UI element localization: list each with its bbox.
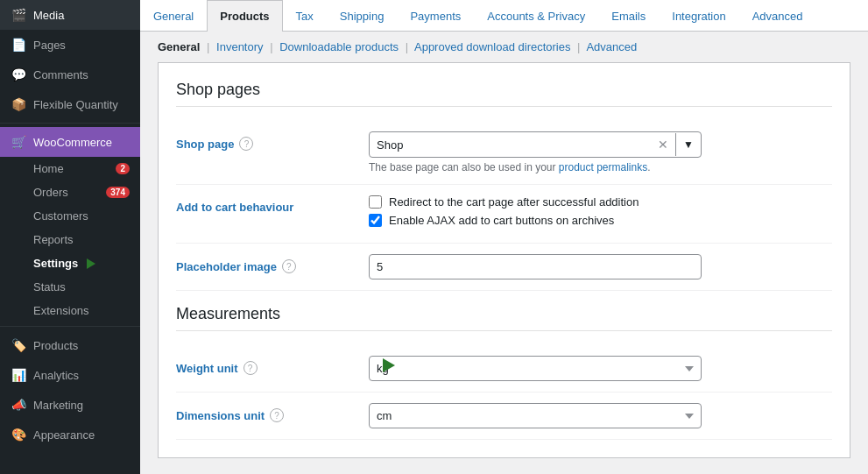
- dimensions-unit-label: Dimensions unit: [176, 409, 265, 422]
- tab-products-label: Products: [220, 10, 269, 23]
- settings-label: Settings: [33, 257, 78, 270]
- sidebar-item-label: Products: [33, 339, 78, 352]
- weight-unit-help-icon[interactable]: ?: [243, 361, 258, 375]
- sidebar-item-flexible-quantity[interactable]: 📦 Flexible Quantity: [0, 89, 140, 119]
- tab-shipping[interactable]: Shipping: [327, 0, 398, 32]
- weight-unit-label: Weight unit: [176, 362, 238, 375]
- measurements-title: Measurements: [176, 305, 832, 331]
- dimensions-unit-help-icon[interactable]: ?: [270, 408, 284, 422]
- placeholder-label: Placeholder image: [176, 260, 277, 273]
- sidebar-item-settings[interactable]: Settings: [0, 251, 140, 275]
- status-label: Status: [33, 280, 66, 294]
- sidebar-item-label: Marketing: [33, 399, 83, 412]
- placeholder-label-col: Placeholder image ?: [176, 254, 369, 273]
- comments-icon: 💬: [11, 67, 26, 82]
- weight-unit-select[interactable]: kg g lbs oz: [369, 356, 702, 381]
- sidebar-item-reports[interactable]: Reports: [0, 228, 140, 251]
- shop-page-help-icon[interactable]: ?: [239, 137, 253, 151]
- subnav-advanced[interactable]: Advanced: [586, 40, 637, 53]
- analytics-icon: 📊: [11, 367, 26, 383]
- pages-icon: 📄: [11, 37, 26, 53]
- redirect-checkbox[interactable]: [369, 195, 382, 209]
- sidebar-item-status[interactable]: Status: [0, 275, 140, 299]
- tab-emails[interactable]: Emails: [598, 0, 659, 32]
- settings-content: Shop pages Shop page ? Shop ✕ ▼ The base…: [158, 62, 850, 458]
- sidebar-item-customers[interactable]: Customers: [0, 204, 140, 228]
- sidebar-item-home[interactable]: Home 2: [0, 157, 140, 180]
- sidebar-item-label: Comments: [33, 68, 88, 81]
- dimensions-unit-control-col: cm m mm in yd: [369, 403, 832, 428]
- settings-arrow-icon: [87, 258, 95, 269]
- placeholder-control-col: [369, 254, 832, 279]
- shop-pages-title: Shop pages: [176, 81, 832, 107]
- sidebar-item-label: WooCommerce: [33, 136, 112, 149]
- sidebar-item-analytics[interactable]: 📊 Analytics: [0, 360, 140, 390]
- orders-label: Orders: [33, 186, 68, 199]
- dimensions-unit-select[interactable]: cm m mm in yd: [369, 403, 702, 428]
- shop-page-value: Shop: [370, 133, 651, 157]
- tab-tax[interactable]: Tax: [283, 0, 327, 32]
- sidebar-item-appearance[interactable]: 🎨 Appearance: [0, 420, 140, 449]
- sidebar-item-media[interactable]: 🎬 Media: [0, 0, 140, 30]
- add-to-cart-row: Add to cart behaviour Redirect to the ca…: [176, 185, 832, 244]
- shop-page-dropdown-icon[interactable]: ▼: [675, 133, 701, 156]
- sidebar-item-label: Media: [33, 9, 64, 22]
- ajax-checkbox[interactable]: [369, 214, 382, 227]
- add-to-cart-label-col: Add to cart behaviour: [176, 195, 369, 214]
- weight-unit-label-col: Weight unit ?: [176, 356, 369, 375]
- shop-page-label: Shop page: [176, 138, 234, 151]
- weight-unit-arrow-icon: [383, 358, 395, 372]
- home-badge: 2: [116, 163, 130, 174]
- add-to-cart-control-col: Redirect to the cart page after successf…: [369, 195, 832, 232]
- sidebar-item-pages[interactable]: 📄 Pages: [0, 30, 140, 60]
- placeholder-image-row: Placeholder image ?: [176, 244, 832, 291]
- appearance-icon: 🎨: [11, 427, 26, 442]
- sidebar-item-label: Analytics: [33, 369, 79, 382]
- tab-integration[interactable]: Integration: [659, 0, 738, 32]
- subnav-inventory[interactable]: Inventory: [216, 40, 263, 53]
- sidebar-item-products[interactable]: 🏷️ Products: [0, 330, 140, 360]
- shop-page-control-col: Shop ✕ ▼ The base page can also be used …: [369, 131, 832, 173]
- shop-page-select-wrapper: Shop ✕ ▼: [369, 131, 702, 158]
- sidebar-item-orders[interactable]: Orders 374: [0, 180, 140, 204]
- product-permalinks-link[interactable]: product permalinks: [559, 161, 647, 173]
- subnav-downloadable[interactable]: Downloadable products: [279, 40, 399, 53]
- tab-payments[interactable]: Payments: [397, 0, 474, 32]
- weight-unit-control-col: kg g lbs oz: [369, 356, 832, 381]
- woocommerce-icon: 🛒: [11, 134, 26, 150]
- add-to-cart-label: Add to cart behaviour: [176, 201, 293, 214]
- tab-accounts-privacy[interactable]: Accounts & Privacy: [474, 0, 598, 32]
- ajax-checkbox-row: Enable AJAX add to cart buttons on archi…: [369, 214, 832, 227]
- tab-products[interactable]: Products: [207, 0, 282, 32]
- tabs-bar: General Products Tax Shipping Payments A…: [140, 0, 868, 32]
- sidebar-item-extensions[interactable]: Extensions: [0, 299, 140, 322]
- sidebar-item-marketing[interactable]: 📣 Marketing: [0, 390, 140, 420]
- marketing-icon: 📣: [11, 397, 26, 413]
- shop-page-row: Shop page ? Shop ✕ ▼ The base page can a…: [176, 121, 832, 185]
- sidebar: 🎬 Media 📄 Pages 💬 Comments 📦 Flexible Qu…: [0, 0, 140, 474]
- redirect-checkbox-row: Redirect to the cart page after successf…: [369, 195, 832, 209]
- products-icon: 🏷️: [11, 337, 26, 353]
- tab-general[interactable]: General: [140, 0, 207, 32]
- sidebar-item-label: Flexible Quantity: [33, 98, 118, 111]
- placeholder-help-icon[interactable]: ?: [282, 259, 296, 273]
- tab-advanced[interactable]: Advanced: [739, 0, 816, 32]
- sidebar-item-comments[interactable]: 💬 Comments: [0, 60, 140, 89]
- subnav: General | Inventory | Downloadable produ…: [140, 32, 868, 62]
- home-label: Home: [33, 162, 64, 175]
- flexible-quantity-icon: 📦: [11, 96, 26, 112]
- shop-page-clear-button[interactable]: ✕: [651, 132, 675, 157]
- media-icon: 🎬: [11, 7, 26, 23]
- subnav-general[interactable]: General: [158, 40, 200, 53]
- main-content: General Products Tax Shipping Payments A…: [140, 0, 868, 474]
- reports-label: Reports: [33, 233, 74, 246]
- sidebar-item-woocommerce[interactable]: 🛒 WooCommerce: [0, 127, 140, 157]
- placeholder-image-input[interactable]: [369, 254, 702, 279]
- ajax-label: Enable AJAX add to cart buttons on archi…: [389, 214, 614, 227]
- subnav-approved-dirs[interactable]: Approved download directories: [414, 40, 571, 53]
- sidebar-item-label: Appearance: [33, 428, 95, 442]
- weight-unit-row: Weight unit ? kg g lbs oz: [176, 345, 832, 393]
- extensions-label: Extensions: [33, 304, 89, 317]
- dimensions-unit-row: Dimensions unit ? cm m mm in yd: [176, 393, 832, 440]
- shop-page-help-text: The base page can also be used in your p…: [369, 161, 832, 173]
